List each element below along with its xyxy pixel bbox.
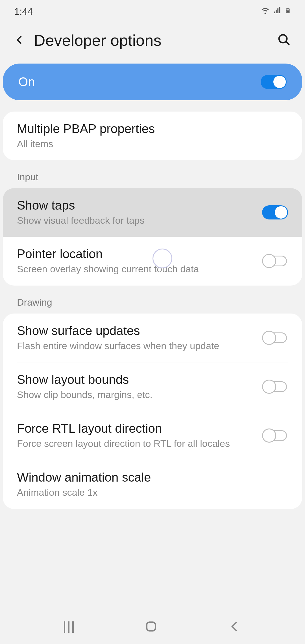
wifi-icon: [261, 6, 269, 17]
row-show-taps-sub: Show visual feedback for taps: [17, 214, 256, 227]
row-show-taps-title: Show taps: [17, 198, 256, 212]
row-window-anim-sub: Animation scale 1x: [17, 486, 288, 499]
row-layout-bounds[interactable]: Show layout bounds Show clip bounds, mar…: [3, 362, 302, 411]
search-icon[interactable]: [277, 33, 291, 48]
row-window-animation[interactable]: Window animation scale Animation scale 1…: [3, 460, 302, 509]
row-surface-title: Show surface updates: [17, 324, 256, 338]
signal-icon: [273, 6, 281, 17]
row-pointer-location[interactable]: Pointer location Screen overlay showing …: [3, 237, 302, 285]
header: Developer options: [0, 23, 305, 61]
back-icon[interactable]: [14, 34, 25, 47]
row-window-anim-title: Window animation scale: [17, 470, 288, 484]
row-pbap-title: Multiple PBAP properties: [17, 122, 288, 136]
input-card: Show taps Show visual feedback for taps …: [3, 188, 302, 285]
drawing-card: Show surface updates Flash entire window…: [3, 314, 302, 509]
row-layout-title: Show layout bounds: [17, 373, 256, 387]
row-surface-updates[interactable]: Show surface updates Flash entire window…: [3, 314, 302, 362]
row-rtl-sub: Force screen layout direction to RTL for…: [17, 437, 256, 450]
divider: [17, 509, 288, 509]
page-title: Developer options: [34, 31, 269, 49]
row-pointer-sub: Screen overlay showing current touch dat…: [17, 263, 256, 275]
master-toggle-label: On: [18, 75, 35, 89]
section-drawing-label: Drawing: [0, 286, 305, 314]
row-pbap-sub: All items: [17, 138, 288, 150]
master-toggle[interactable]: [261, 75, 287, 89]
status-icons: [261, 6, 291, 17]
nav-home-icon[interactable]: [145, 620, 158, 634]
svg-rect-1: [286, 10, 289, 12]
row-surface-sub: Flash entire window surfaces when they u…: [17, 340, 256, 352]
status-bar: 1:44: [0, 0, 305, 23]
navigation-bar: [0, 610, 305, 644]
row-pointer-title: Pointer location: [17, 247, 256, 261]
nav-back-icon[interactable]: [228, 620, 241, 634]
layout-bounds-toggle[interactable]: [262, 380, 288, 394]
row-rtl-title: Force RTL layout direction: [17, 421, 256, 436]
pointer-location-toggle[interactable]: [262, 254, 288, 268]
status-time: 1:44: [14, 6, 33, 17]
svg-rect-0: [286, 8, 289, 10]
battery-icon: [285, 6, 291, 17]
row-show-taps[interactable]: Show taps Show visual feedback for taps: [3, 188, 302, 237]
pbap-card: Multiple PBAP properties All items: [3, 112, 302, 160]
section-input-label: Input: [0, 160, 305, 188]
nav-recents-icon[interactable]: [64, 621, 74, 633]
svg-line-3: [286, 42, 289, 45]
master-toggle-card[interactable]: On: [3, 64, 302, 100]
row-force-rtl[interactable]: Force RTL layout direction Force screen …: [3, 411, 302, 460]
force-rtl-toggle[interactable]: [262, 428, 288, 443]
svg-rect-4: [147, 622, 155, 631]
svg-point-2: [279, 35, 287, 43]
row-layout-sub: Show clip bounds, margins, etc.: [17, 388, 256, 401]
row-pbap[interactable]: Multiple PBAP properties All items: [3, 112, 302, 160]
show-taps-toggle[interactable]: [262, 205, 288, 219]
surface-updates-toggle[interactable]: [262, 331, 288, 345]
